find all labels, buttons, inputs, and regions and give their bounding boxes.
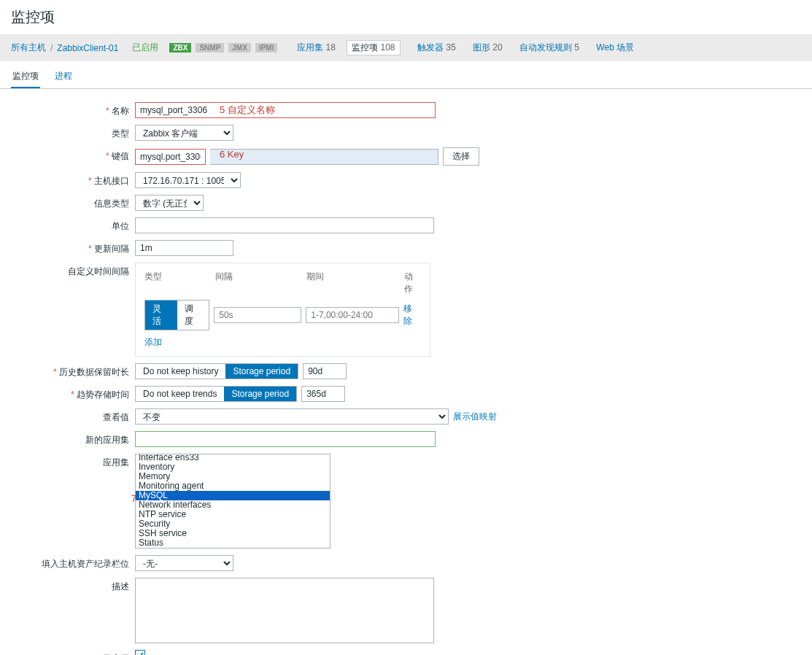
label-show-value: 查看值 [0, 408, 135, 424]
show-value-map-link[interactable]: 展示值映射 [453, 411, 497, 423]
inventory-select[interactable]: -无- [135, 555, 233, 571]
ci-interval-input[interactable] [214, 307, 301, 323]
key-input-highlight[interactable] [136, 150, 205, 164]
history-dnk[interactable]: Do not keep history [136, 364, 225, 379]
ci-head-period: 期间 [306, 271, 403, 295]
ci-period-input[interactable] [306, 307, 399, 323]
tag-snmp: SNMP [196, 43, 224, 53]
breadcrumb-sep: / [50, 43, 53, 53]
select-button[interactable]: 选择 [443, 147, 479, 166]
ci-schedule-seg[interactable]: 调度 [177, 301, 209, 330]
tab-item[interactable]: 监控项 [11, 66, 40, 88]
key-input-rest[interactable] [210, 149, 438, 165]
trend-sp[interactable]: Storage period [224, 387, 296, 401]
label-update-interval: 更新间隔 [0, 240, 135, 255]
tab-process[interactable]: 进程 [53, 66, 74, 88]
label-enabled: 已启用 [0, 650, 135, 655]
label-host-interface: 主机接口 [0, 172, 135, 187]
label-apps: 应用集 [0, 454, 135, 469]
page-title: 监控项 [0, 0, 812, 34]
annotation-7: 7 [131, 493, 136, 504]
tag-ipmi: IPMI [255, 43, 278, 53]
link-graphs[interactable]: 图形 [473, 42, 490, 53]
link-applications[interactable]: 应用集 [297, 42, 323, 53]
type-select[interactable]: Zabbix 客户端 [135, 125, 233, 141]
link-discovery[interactable]: 自动发现规则 [519, 42, 572, 53]
ci-remove-link[interactable]: 移除 [403, 303, 421, 328]
label-name: 名称 [0, 102, 135, 117]
update-interval-input[interactable] [135, 240, 233, 256]
ci-type-segment: 灵活 调度 [144, 300, 209, 330]
host-interface-select[interactable]: 172.16.70.171 : 10050 [135, 172, 241, 188]
ci-head-interval: 间隔 [215, 271, 307, 295]
link-web[interactable]: Web 场景 [596, 42, 634, 54]
label-inventory: 填入主机资产纪录栏位 [0, 555, 135, 570]
header-bar: 所有主机 / ZabbixClient-01 已启用 ZBXSNMPJMXIPM… [0, 34, 812, 61]
label-unit: 单位 [0, 217, 135, 233]
trend-segment: Do not keep trends Storage period [135, 386, 297, 402]
label-type: 类型 [0, 125, 135, 140]
label-trend: 趋势存储时间 [0, 386, 135, 401]
breadcrumb-host[interactable]: ZabbixClient-01 [57, 43, 118, 53]
ci-head-action: 动作 [404, 271, 421, 295]
link-triggers[interactable]: 触发器 [417, 42, 444, 53]
list-item[interactable]: SSH service [136, 529, 330, 538]
count-discovery: 5 [574, 42, 579, 53]
annotation-6: 6 Key [220, 149, 244, 160]
check-icon [136, 651, 144, 655]
breadcrumb-all-hosts[interactable]: 所有主机 [11, 42, 46, 54]
label-custom-intervals: 自定义时间间隔 [0, 263, 135, 278]
tag-zbx: ZBX [169, 43, 191, 53]
link-items-current: 监控项 108 [347, 40, 400, 55]
history-segment: Do not keep history Storage period [135, 363, 298, 379]
count-triggers: 35 [446, 42, 455, 53]
tabs: 监控项 进程 [0, 61, 812, 89]
label-key: 键值 [0, 147, 135, 163]
show-value-select[interactable]: 不变 [135, 408, 449, 425]
description-textarea[interactable] [135, 578, 434, 643]
label-info-type: 信息类型 [0, 195, 135, 210]
ci-head-type: 类型 [144, 271, 215, 295]
ci-flex-seg[interactable]: 灵活 [145, 301, 177, 330]
form: 名称 5 自定义名称 类型 Zabbix 客户端 键值 6 Key 选择 主机接… [0, 89, 812, 655]
info-type-select[interactable]: 数字 (无正负) [135, 195, 204, 211]
label-history: 历史数据保留时长 [0, 363, 135, 379]
interval-box: 类型 间隔 期间 动作 灵活 调度 移除 添加 [135, 263, 430, 357]
name-input[interactable] [136, 103, 435, 117]
count-applications: 18 [325, 42, 335, 53]
history-sp[interactable]: Storage period [225, 364, 298, 379]
trend-period-input[interactable] [301, 386, 345, 402]
annotation-5: 5 自定义名称 [220, 104, 275, 117]
new-app-input[interactable] [136, 432, 435, 446]
label-description: 描述 [0, 578, 135, 593]
history-period-input[interactable] [303, 363, 347, 379]
ci-add-link[interactable]: 添加 [144, 337, 162, 347]
status-enabled: 已启用 [132, 42, 158, 54]
label-new-app: 新的应用集 [0, 431, 135, 446]
enabled-checkbox[interactable] [135, 650, 145, 655]
count-graphs: 20 [492, 42, 502, 53]
applications-listbox[interactable]: Interface ens33InventoryMemoryMonitoring… [135, 454, 330, 549]
tag-jmx: JMX [228, 43, 251, 53]
unit-input[interactable] [135, 217, 434, 233]
trend-dnk[interactable]: Do not keep trends [136, 387, 224, 401]
list-item[interactable]: Storage [136, 548, 330, 549]
